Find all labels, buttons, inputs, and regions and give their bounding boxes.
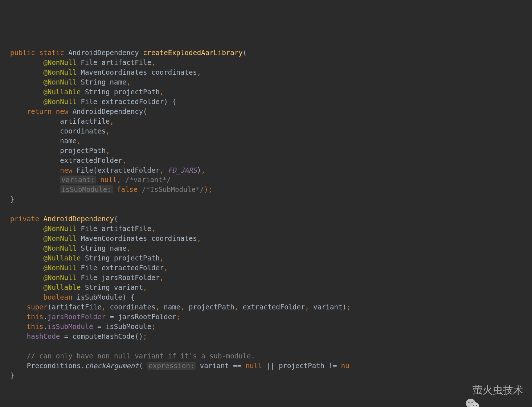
semi: ; <box>347 303 351 311</box>
param-name: coordinates <box>151 68 197 76</box>
comma: , <box>106 127 110 135</box>
comma: , <box>126 244 130 252</box>
comma: , <box>151 225 155 233</box>
expr: variant == <box>196 362 245 370</box>
annotation: @NonNull <box>44 264 77 272</box>
file-call: File(extractedFolder <box>77 166 160 174</box>
end: ); <box>204 185 212 193</box>
param-name: name <box>110 244 127 252</box>
arg: projectPath <box>60 147 106 155</box>
code-editor[interactable]: public static AndroidDependency createEx… <box>10 48 522 381</box>
param-type: String <box>85 254 110 262</box>
param-name: name <box>110 78 127 86</box>
keyword-false: false <box>117 185 138 193</box>
keyword-boolean: boolean <box>44 293 73 301</box>
comma: , <box>143 283 147 291</box>
dot: . <box>44 322 48 330</box>
comma: , <box>160 274 164 281</box>
arg: variant) <box>313 303 347 311</box>
param-type: String <box>81 244 106 252</box>
annotation: @NonNull <box>44 225 77 233</box>
close-paren: ) { <box>122 293 135 301</box>
close-paren: ) { <box>164 98 176 106</box>
param-type: File <box>81 225 97 233</box>
comma: , <box>164 264 168 272</box>
svg-point-3 <box>471 402 473 403</box>
keyword-this: this <box>27 313 44 321</box>
keyword-super: super <box>27 303 48 311</box>
param-name: projectPath <box>114 254 160 262</box>
comma: , <box>197 234 201 242</box>
arg: projectPath <box>189 303 234 311</box>
semi: ; <box>176 313 180 321</box>
annotation: @Nullable <box>44 283 81 291</box>
annotation: @Nullable <box>44 88 81 96</box>
comment: /*IsSubModule*/ <box>142 185 204 193</box>
comment: /*variant*/ <box>125 176 171 184</box>
keyword-static: static <box>39 49 64 57</box>
constructor-call: AndroidDependency( <box>73 107 147 115</box>
semi: ; <box>151 322 155 330</box>
return-type: AndroidDependency <box>68 49 139 57</box>
param-type: File <box>81 58 97 66</box>
keyword-new: new <box>60 166 72 174</box>
param-hint: isSubModule: <box>60 185 112 193</box>
assign: = isSubModule <box>93 322 151 330</box>
svg-point-2 <box>468 402 470 403</box>
arg: extractedFolder <box>243 303 305 311</box>
keyword-public: public <box>10 49 35 57</box>
field: hashCode <box>27 332 60 340</box>
field: isSubModule <box>48 322 93 330</box>
svg-point-5 <box>476 405 477 406</box>
arg: name <box>164 303 180 311</box>
param-type: File <box>81 264 97 272</box>
watermark-text: 萤火虫技术 <box>472 383 523 398</box>
annotation: @NonNull <box>44 234 77 242</box>
param-name: jarsRootFolder <box>102 274 160 281</box>
arg: name <box>60 137 77 145</box>
expr: || projectPath != <box>262 362 341 370</box>
param-name: isSubModule <box>77 293 122 301</box>
param-name: coordinates <box>151 234 197 242</box>
assign: = computeHashCode() <box>60 332 143 340</box>
param-name: variant <box>114 283 143 291</box>
comma: , <box>234 303 238 311</box>
super-args: (artifactFile <box>48 303 102 311</box>
comma: , <box>122 156 126 164</box>
keyword-null: nu <box>341 362 349 370</box>
watermark: 萤火虫技术 <box>454 382 523 398</box>
param-hint: expression: <box>147 362 196 370</box>
comma: , <box>197 68 201 76</box>
param-type: String <box>81 78 106 86</box>
annotation: @NonNull <box>44 68 77 76</box>
comma: , <box>106 147 110 155</box>
field: jarsRootFolder <box>48 313 106 321</box>
comma: , <box>160 254 164 262</box>
constant: FD_JARS <box>168 166 197 174</box>
comma: , <box>117 176 121 184</box>
param-name: artifactFile <box>102 58 151 66</box>
annotation: @NonNull <box>44 78 77 86</box>
comment: // can only have non null variant if it'… <box>27 352 255 360</box>
constructor-name: AndroidDependency <box>44 215 114 223</box>
comma: , <box>126 78 130 86</box>
annotation: @NonNull <box>44 274 77 281</box>
comma: , <box>201 166 205 174</box>
open-paren: ( <box>114 215 118 223</box>
keyword-private: private <box>10 215 39 223</box>
keyword-new: new <box>56 107 68 115</box>
svg-point-4 <box>473 405 474 406</box>
method-call: checkArgument <box>85 362 139 370</box>
close-brace: } <box>10 195 14 203</box>
comma: , <box>160 166 164 174</box>
keyword-null: null <box>100 176 117 184</box>
annotation: @NonNull <box>44 98 77 106</box>
comma: , <box>102 303 106 311</box>
comma: , <box>160 88 164 96</box>
param-name: extractedFolder <box>102 264 164 272</box>
comma: , <box>180 303 184 311</box>
comma: , <box>77 137 81 145</box>
comma: , <box>151 58 155 66</box>
class-ref: Preconditions. <box>27 362 85 370</box>
close-paren: ) <box>197 166 201 174</box>
